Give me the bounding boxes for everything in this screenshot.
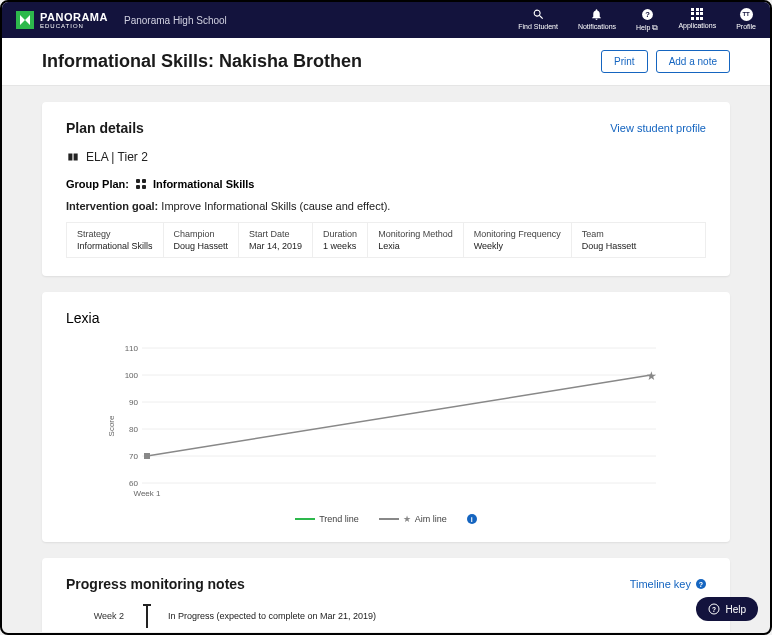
svg-text:Week 1: Week 1 <box>134 489 162 498</box>
svg-rect-2 <box>136 179 140 183</box>
external-icon: ⧉ <box>652 23 658 32</box>
find-student-button[interactable]: Find Student <box>518 8 558 33</box>
add-note-button[interactable]: Add a note <box>656 50 730 73</box>
legend-trend: Trend line <box>295 514 359 524</box>
detail-label: Team <box>582 229 637 239</box>
detail-label: Monitoring Method <box>378 229 453 239</box>
detail-column: ChampionDoug Hassett <box>164 223 240 257</box>
detail-column: TeamDoug Hassett <box>572 223 647 257</box>
plan-detail-table: StrategyInformational SkillsChampionDoug… <box>66 222 706 258</box>
book-icon <box>66 150 80 164</box>
top-nav: PANORAMA EDUCATION Panorama High School … <box>2 2 770 38</box>
nav-label: Notifications <box>578 23 616 30</box>
svg-text:Score: Score <box>107 415 116 436</box>
info-icon[interactable]: i <box>467 514 477 524</box>
svg-text:110: 110 <box>125 344 139 353</box>
avatar: TT <box>740 8 753 21</box>
detail-column: Duration1 weeks <box>313 223 368 257</box>
svg-text:70: 70 <box>129 452 138 461</box>
svg-text:100: 100 <box>125 371 139 380</box>
panorama-logo-icon <box>16 11 34 29</box>
detail-value: 1 weeks <box>323 241 357 251</box>
group-plan-label: Group Plan: <box>66 178 129 190</box>
chart-title: Lexia <box>66 310 706 326</box>
detail-column: Monitoring MethodLexia <box>368 223 464 257</box>
brand-main: PANORAMA <box>40 12 108 23</box>
svg-rect-3 <box>142 179 146 183</box>
detail-label: Strategy <box>77 229 153 239</box>
help-widget[interactable]: ? Help <box>696 597 758 621</box>
subject-tier: ELA | Tier 2 <box>66 150 706 164</box>
nav-label: Help <box>636 24 650 31</box>
timeline-info-icon[interactable]: ? <box>696 579 706 589</box>
detail-value: Doug Hassett <box>174 241 229 251</box>
notifications-button[interactable]: Notifications <box>578 8 616 33</box>
print-button[interactable]: Print <box>601 50 648 73</box>
search-icon <box>532 8 545 21</box>
nav-label: Profile <box>736 23 756 30</box>
svg-rect-20 <box>144 453 150 459</box>
subject-tier-text: ELA | Tier 2 <box>86 150 148 164</box>
detail-value: Lexia <box>378 241 453 251</box>
detail-label: Monitoring Frequency <box>474 229 561 239</box>
header-nav: Find Student Notifications ? Help ⧉ Appl… <box>518 8 756 33</box>
svg-text:?: ? <box>645 10 650 19</box>
detail-column: StrategyInformational Skills <box>67 223 164 257</box>
notes-title: Progress monitoring notes <box>66 576 245 592</box>
group-plan-value[interactable]: Informational Skills <box>153 178 254 190</box>
school-name[interactable]: Panorama High School <box>124 15 227 26</box>
group-icon <box>135 178 147 190</box>
lexia-chart: Score 110 100 90 80 70 60 ★ Week 1 <box>66 336 706 506</box>
chart-card: Lexia Score 110 100 90 80 70 60 ★ Week 1… <box>42 292 730 542</box>
detail-value: Mar 14, 2019 <box>249 241 302 251</box>
apps-icon <box>691 8 703 20</box>
help-label: Help <box>725 604 746 615</box>
detail-column: Monitoring FrequencyWeekly <box>464 223 572 257</box>
chart-legend: Trend line ★Aim line i <box>66 514 706 524</box>
timeline: Week 2 In Progress (expected to complete… <box>66 604 706 632</box>
svg-text:80: 80 <box>129 425 138 434</box>
timeline-body: In Progress (expected to complete on Mar… <box>158 611 706 621</box>
svg-text:?: ? <box>712 606 716 613</box>
svg-text:★: ★ <box>646 369 657 383</box>
nav-label: Find Student <box>518 23 558 30</box>
view-profile-link[interactable]: View student profile <box>610 122 706 134</box>
timeline-left: Week 2 <box>66 611 136 621</box>
help-icon: ? <box>641 8 654 21</box>
nav-label: Applications <box>678 22 716 29</box>
svg-text:90: 90 <box>129 398 138 407</box>
plan-details-title: Plan details <box>66 120 144 136</box>
page-title: Informational Skills: Nakisha Brothen <box>42 51 362 72</box>
goal-value: Improve Informational Skills (cause and … <box>161 200 390 212</box>
detail-value: Informational Skills <box>77 241 153 251</box>
brand-sub: EDUCATION <box>40 23 108 29</box>
title-bar: Informational Skills: Nakisha Brothen Pr… <box>2 38 770 86</box>
timeline-key-link[interactable]: Timeline key <box>630 578 691 590</box>
goal-label: Intervention goal: <box>66 200 158 212</box>
svg-text:60: 60 <box>129 479 138 488</box>
svg-rect-5 <box>142 185 146 189</box>
detail-label: Duration <box>323 229 357 239</box>
svg-rect-4 <box>136 185 140 189</box>
notes-card: Progress monitoring notes Timeline key ?… <box>42 558 730 632</box>
applications-button[interactable]: Applications <box>678 8 716 33</box>
svg-line-19 <box>147 375 651 456</box>
help-nav-button[interactable]: ? Help ⧉ <box>636 8 658 33</box>
timeline-row: Week 2 In Progress (expected to complete… <box>66 604 706 628</box>
goal-row: Intervention goal: Improve Informational… <box>66 200 706 212</box>
logo[interactable]: PANORAMA EDUCATION <box>16 11 108 29</box>
detail-value: Weekly <box>474 241 561 251</box>
detail-label: Start Date <box>249 229 302 239</box>
detail-label: Champion <box>174 229 229 239</box>
legend-aim: ★Aim line <box>379 514 447 524</box>
group-plan-row: Group Plan: Informational Skills <box>66 178 706 190</box>
plan-details-card: Plan details View student profile ELA | … <box>42 102 730 276</box>
bell-icon <box>590 8 603 21</box>
profile-button[interactable]: TT Profile <box>736 8 756 33</box>
detail-column: Start DateMar 14, 2019 <box>239 223 313 257</box>
main-scroll[interactable]: Plan details View student profile ELA | … <box>2 86 770 632</box>
help-circle-icon: ? <box>708 603 720 615</box>
logo-text: PANORAMA EDUCATION <box>40 12 108 29</box>
detail-value: Doug Hassett <box>582 241 637 251</box>
